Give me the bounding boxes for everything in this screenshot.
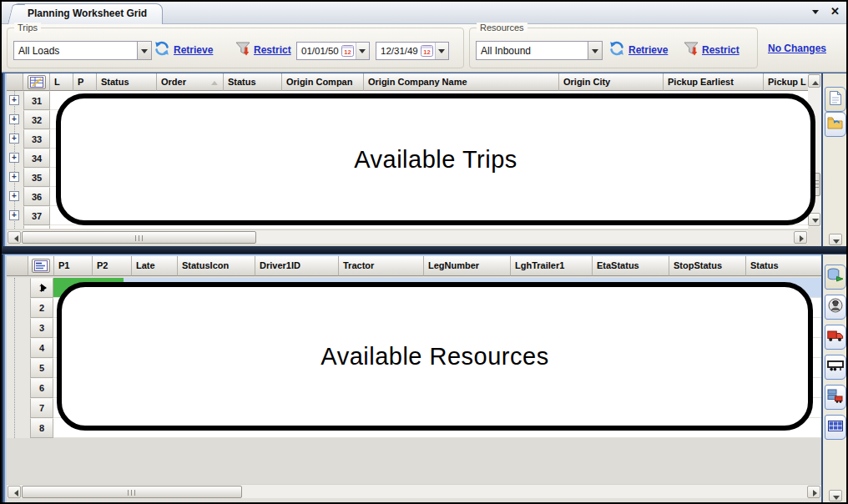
row-number[interactable]: 8 [30,418,53,438]
header-corner [7,256,28,276]
sidetab-tractors[interactable] [825,325,846,350]
tab-strip-scroll-down-button[interactable] [829,490,842,501]
sidetab-trailers[interactable] [825,355,846,380]
expand-row-icon[interactable]: + [9,153,19,163]
pickup-date-from-field[interactable]: 01/01/50 12 [296,42,370,60]
scroll-left-button[interactable] [8,486,21,498]
row-number[interactable]: 4 [30,338,53,358]
column-header-origin-compan[interactable]: Origin Compan [282,73,364,91]
row-number[interactable]: 31 [23,91,50,110]
column-header-l[interactable]: L [50,73,73,91]
sidetab-drivers[interactable] [825,295,846,320]
folder-refresh-icon [827,116,844,134]
available-resources-callout: Available Resources [57,282,813,431]
header-corner [7,73,23,91]
grid-options-button[interactable] [23,73,50,91]
column-header-stopstatus[interactable]: StopStatus [669,256,746,276]
grid-options-button[interactable] [28,256,54,276]
column-header-etastatus[interactable]: EtaStatus [593,256,669,276]
retrieve-resources-link[interactable]: Retrieve [628,44,668,56]
close-button[interactable]: ✕ [830,7,840,17]
pickup-date-to-value: 12/31/49 [376,46,419,56]
column-header-origin-city[interactable]: Origin City [559,73,664,91]
sidetab-grid-view[interactable] [825,415,846,440]
restrict-trips-link[interactable]: Restrict [254,44,291,56]
row-number[interactable]: 34 [23,149,50,168]
column-header-tractor[interactable]: Tractor [339,256,424,276]
grid-cells-icon [828,420,843,435]
sidetab-carriers[interactable] [825,385,846,410]
row-number[interactable]: 32 [23,110,50,129]
scroll-thumb[interactable] [22,486,242,498]
trips-row-38[interactable]: + 38 [7,225,808,229]
svg-text:12: 12 [424,48,431,56]
chevron-down-icon[interactable] [137,42,151,59]
scroll-right-button[interactable] [794,231,807,244]
expand-row-icon[interactable]: + [9,172,19,182]
row-number[interactable]: 1 [30,278,53,298]
calendar-icon[interactable]: 12 [340,43,356,59]
column-header-pickup-latest[interactable]: Pickup L [764,73,808,91]
tab-planning-worksheet-grid[interactable]: Planning Worksheet Grid [15,3,163,24]
column-header-p[interactable]: P [73,73,97,91]
no-changes-link[interactable]: No Changes [768,43,826,54]
column-header-p1[interactable]: P1 [54,256,93,276]
restrict-resources-link[interactable]: Restrict [702,44,739,56]
pickup-date-to-field[interactable]: 12/31/49 12 [376,42,449,60]
row-number[interactable]: 3 [30,318,53,338]
calendar-icon[interactable]: 12 [419,43,435,59]
resources-group-label: Resources [477,23,527,33]
row-number[interactable]: 37 [23,206,50,225]
tab-strip-scroll-down-button[interactable] [829,234,842,245]
planning-worksheet-window: Planning Worksheet Grid ✕ Trips All Load… [0,0,848,504]
tab-title: Planning Worksheet Grid [28,8,147,19]
row-number[interactable]: 36 [23,187,50,206]
column-header-origin-company-name[interactable]: Origin Company Name [364,73,559,91]
trips-filter-select[interactable]: All Loads [13,41,152,60]
row-number[interactable]: 7 [30,398,53,418]
column-header-late[interactable]: Late [132,256,178,276]
sidetab-new-trip[interactable] [825,87,846,112]
chevron-down-icon[interactable] [588,42,602,59]
column-header-order[interactable]: Order [157,73,224,91]
scroll-left-button[interactable] [8,231,21,244]
collapse-pane-button[interactable] [810,7,820,17]
expand-row-icon[interactable]: + [9,114,19,124]
row-number[interactable]: 33 [23,129,50,149]
column-header-p2[interactable]: P2 [93,256,132,276]
column-header-legnumber[interactable]: LegNumber [424,256,511,276]
resources-filter-select[interactable]: All Inbound [476,41,603,60]
scroll-right-button[interactable] [807,486,820,498]
row-number[interactable]: 6 [30,378,53,398]
scroll-thumb[interactable] [22,231,256,244]
scroll-down-button[interactable] [808,213,820,226]
column-header-lghtrailer1[interactable]: LghTrailer1 [511,256,593,276]
column-header-pickup-earliest[interactable]: Pickup Earliest [664,73,764,91]
expand-row-icon[interactable]: + [9,134,19,144]
sidetab-retrieve-resources[interactable] [825,265,846,290]
expand-row-icon[interactable]: + [9,210,19,220]
column-header-driver1id[interactable]: Driver1ID [255,256,339,276]
row-number[interactable]: 5 [30,358,53,378]
retrieve-trips-link[interactable]: Retrieve [174,44,213,56]
chevron-down-icon[interactable] [435,43,448,59]
empty-grid-area [7,438,821,484]
scroll-up-button[interactable] [808,74,820,88]
trailer-icon [827,360,844,375]
svg-text:12: 12 [345,48,351,56]
row-number[interactable]: 38 [23,225,50,229]
resources-horizontal-scrollbar[interactable] [7,484,821,498]
chevron-down-icon[interactable] [356,43,369,59]
current-row-marker [41,284,51,292]
pane-splitter[interactable] [2,246,846,254]
row-number[interactable]: 35 [23,168,50,187]
trips-horizontal-scrollbar[interactable] [7,229,808,244]
column-header-status[interactable]: Status [746,256,821,276]
column-header-status2[interactable]: Status [224,73,282,91]
sidetab-refresh-folder[interactable] [825,112,846,137]
expand-row-icon[interactable]: + [9,191,19,201]
column-header-status[interactable]: Status [97,73,157,91]
column-header-statusicon[interactable]: StatusIcon [178,256,255,276]
row-number[interactable]: 2 [30,298,53,318]
expand-row-icon[interactable]: + [9,95,19,105]
